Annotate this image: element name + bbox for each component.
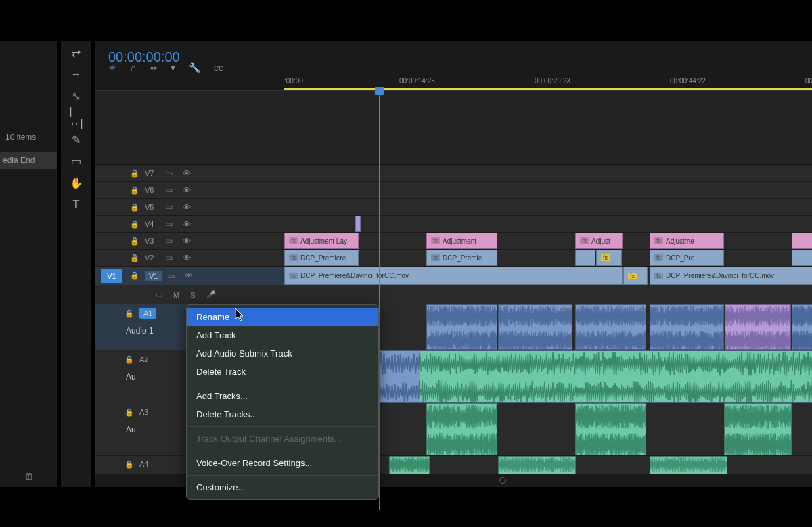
audio-clip[interactable] xyxy=(389,456,430,474)
type-icon[interactable]: T xyxy=(70,198,83,211)
audio-clip[interactable] xyxy=(498,304,572,350)
trash-icon[interactable]: 🗑 xyxy=(24,470,34,481)
time-ruler[interactable]: :00:0000:00:14:2300:00:29:2300:00:44:220… xyxy=(95,74,812,91)
clip[interactable]: fxAdjust xyxy=(575,233,623,249)
clip[interactable]: fxDCP_Premiere&Davinci_forCC.mov xyxy=(650,267,812,285)
track-content[interactable] xyxy=(284,182,812,198)
rate-stretch-icon[interactable]: ⤡ xyxy=(70,89,83,103)
clip[interactable] xyxy=(355,216,361,232)
track-header[interactable]: V1 🔒 V1 ▭ 👁 xyxy=(95,267,284,285)
clip[interactable] xyxy=(792,250,812,266)
clip[interactable]: fxDCP_Premie xyxy=(426,250,497,266)
caption-icon[interactable]: cc xyxy=(214,62,223,73)
eye-icon[interactable]: 👁 xyxy=(183,168,195,179)
audio-clip[interactable] xyxy=(575,403,646,455)
lock-icon[interactable]: 🔒 xyxy=(130,237,139,246)
track-header[interactable]: 🔒 V6 ▭ 👁 xyxy=(95,182,284,198)
menu-item-customize[interactable]: Customize... xyxy=(187,478,378,497)
menu-item-delete-track[interactable]: Delete Track xyxy=(187,363,378,381)
clip[interactable]: fxAdjustment xyxy=(426,233,497,249)
eye-icon[interactable]: 👁 xyxy=(185,271,197,281)
video-track-v4[interactable]: 🔒 V4 ▭ 👁 xyxy=(95,216,812,233)
audio-clip[interactable] xyxy=(650,456,727,474)
clip[interactable]: fxDCP_Premiere&Davinci_forCC.mov xyxy=(284,267,623,285)
lock-icon[interactable]: 🔒 xyxy=(130,254,139,262)
work-area-bar[interactable] xyxy=(284,88,812,90)
lock-icon[interactable]: 🔒 xyxy=(125,460,134,469)
snap-icon[interactable]: ✳ xyxy=(108,62,116,73)
audio-clip[interactable] xyxy=(426,403,497,455)
rolling-edit-icon[interactable]: ↔ xyxy=(70,68,83,81)
settings-icon[interactable]: 🔧 xyxy=(189,62,200,73)
lock-icon[interactable]: 🔒 xyxy=(125,408,134,417)
clip[interactable] xyxy=(792,233,812,249)
menu-item-add-audio-submix-track[interactable]: Add Audio Submix Track xyxy=(187,344,378,363)
track-target[interactable]: A1 xyxy=(139,308,156,319)
video-track-v1[interactable]: V1 🔒 V1 ▭ 👁fxDCP_Premiere&Davinci_forCC.… xyxy=(95,267,812,285)
clip[interactable]: fxAdjustment Lay xyxy=(284,233,359,249)
lock-icon[interactable]: 🔒 xyxy=(130,169,139,178)
solo-button[interactable]: S xyxy=(190,291,195,299)
clip[interactable]: fx xyxy=(596,250,622,266)
marker-icon[interactable]: ▪▪ xyxy=(150,62,157,73)
sync-lock-icon[interactable]: ▭ xyxy=(165,168,177,178)
ripple-edit-icon[interactable]: ⇄ xyxy=(70,46,83,60)
track-content[interactable] xyxy=(284,165,812,181)
audio-clip[interactable] xyxy=(725,304,791,350)
rectangle-icon[interactable]: ▭ xyxy=(70,154,83,168)
lock-icon[interactable]: 🔒 xyxy=(130,203,139,212)
source-patch-v1[interactable]: V1 xyxy=(102,269,122,283)
lock-icon[interactable]: 🔒 xyxy=(125,309,134,318)
track-target[interactable]: A2 xyxy=(139,355,154,363)
insert-icon[interactable]: ▾ xyxy=(171,62,175,73)
scroll-handle-right[interactable] xyxy=(499,477,506,484)
sync-lock-icon[interactable]: ▭ xyxy=(156,290,162,299)
pen-icon[interactable]: ✎ xyxy=(70,133,83,146)
track-header[interactable]: 🔒 V7 ▭ 👁 xyxy=(95,165,284,181)
audio-clip[interactable] xyxy=(426,304,497,350)
track-content[interactable] xyxy=(284,199,812,215)
menu-item-add-tracks[interactable]: Add Tracks... xyxy=(187,387,378,405)
video-track-v5[interactable]: 🔒 V5 ▭ 👁 xyxy=(95,199,812,216)
hand-icon[interactable]: ✋ xyxy=(70,176,83,189)
menu-item-add-track[interactable]: Add Track xyxy=(187,326,378,344)
razor-icon[interactable]: |↔| xyxy=(70,111,83,124)
lock-icon[interactable]: 🔒 xyxy=(130,271,139,280)
track-content[interactable]: fxAdjustment LayfxAdjustmentfxAdjustfxAd… xyxy=(284,233,812,249)
sync-lock-icon[interactable]: ▭ xyxy=(165,253,177,262)
eye-icon[interactable]: 👁 xyxy=(183,185,195,196)
clip[interactable] xyxy=(575,250,595,266)
track-content[interactable] xyxy=(284,216,812,232)
track-target[interactable]: A4 xyxy=(139,460,154,468)
eye-icon[interactable]: 👁 xyxy=(183,236,195,246)
track-header[interactable]: 🔒 V2 ▭ 👁 xyxy=(95,250,284,266)
audio-clip[interactable] xyxy=(792,304,812,350)
clip[interactable]: fxDCP_Pre xyxy=(650,250,724,266)
audio-clip[interactable] xyxy=(498,456,576,474)
menu-item-rename[interactable]: Rename xyxy=(187,308,378,326)
video-track-v7[interactable]: 🔒 V7 ▭ 👁 xyxy=(95,165,812,182)
video-track-v6[interactable]: 🔒 V6 ▭ 👁 xyxy=(95,182,812,199)
audio-clip[interactable] xyxy=(724,403,792,455)
lock-icon[interactable]: 🔒 xyxy=(130,220,139,229)
mute-button[interactable]: M xyxy=(173,291,179,299)
menu-item-voice-over-record-settings[interactable]: Voice-Over Record Settings... xyxy=(187,454,378,472)
track-header[interactable]: 🔒 V5 ▭ 👁 xyxy=(95,199,284,215)
track-header[interactable]: 🔒 V3 ▭ 👁 xyxy=(95,233,284,249)
clip[interactable]: fxDCP_Premiere xyxy=(284,250,359,266)
menu-item-delete-tracks[interactable]: Delete Tracks... xyxy=(187,405,378,423)
eye-icon[interactable]: 👁 xyxy=(183,202,195,212)
track-target[interactable]: V1 xyxy=(145,271,162,281)
clip[interactable]: fx xyxy=(623,267,648,285)
playhead[interactable] xyxy=(379,91,380,510)
track-content[interactable]: fxDCP_Premiere&Davinci_forCC.movfxfxDCP_… xyxy=(284,267,812,285)
sync-lock-icon[interactable]: ▭ xyxy=(165,236,177,246)
eye-icon[interactable]: 👁 xyxy=(183,253,195,263)
track-content[interactable]: fxDCP_PremierefxDCP_PremiefxfxDCP_Pre xyxy=(284,250,812,266)
sync-lock-icon[interactable]: ▭ xyxy=(165,219,177,229)
sync-lock-icon[interactable]: ▭ xyxy=(165,202,177,212)
audio-clip[interactable] xyxy=(650,304,724,350)
audio-clip[interactable] xyxy=(575,304,646,350)
track-target[interactable]: A3 xyxy=(139,408,154,416)
video-track-v2[interactable]: 🔒 V2 ▭ 👁fxDCP_PremierefxDCP_PremiefxfxDC… xyxy=(95,250,812,267)
